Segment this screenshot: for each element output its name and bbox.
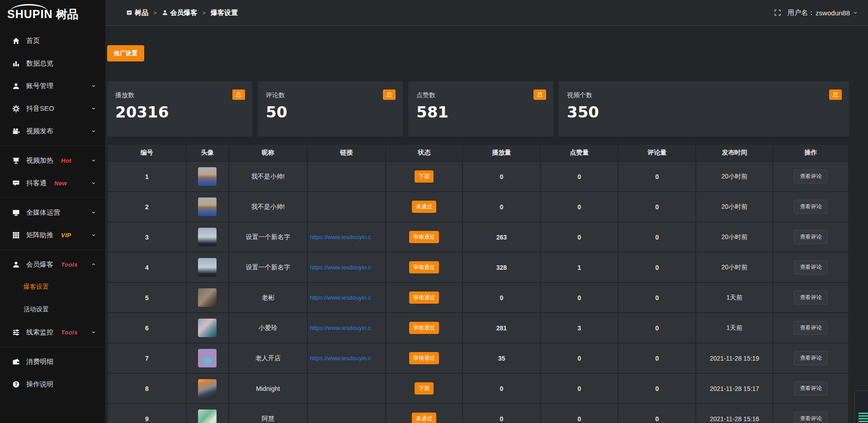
table-row: 6小爱玲https://www.iesdouyin.c审核通过281301天前查… <box>108 313 848 343</box>
video-link[interactable]: https://www.iesdouyin.c <box>310 355 384 362</box>
status-badge: 下架 <box>415 170 434 183</box>
avatar <box>198 228 217 246</box>
chevron-down-icon <box>91 329 96 335</box>
cell-avatar <box>187 404 228 423</box>
logo-text-en: SHUPIN <box>7 5 52 21</box>
video-link[interactable]: https://www.iesdouyin.c <box>310 234 384 240</box>
cell-plays: 0 <box>463 162 540 191</box>
breadcrumb-item-member-baoke[interactable]: 会员爆客 <box>162 9 198 17</box>
video-icon <box>12 127 20 135</box>
video-link[interactable]: https://www.iesdouyin.c <box>310 294 384 301</box>
gear-icon <box>12 105 20 113</box>
sidebar-divider <box>0 249 105 250</box>
fullscreen-icon[interactable] <box>774 9 781 16</box>
cell-nickname: 阿慧 <box>229 404 307 423</box>
sidebar-item-label: 操作说明 <box>26 380 53 389</box>
sidebar-item-overview[interactable]: 数据总览 <box>0 52 105 75</box>
grid-icon <box>12 231 20 239</box>
video-link[interactable]: https://www.iesdouyin.c <box>310 324 384 331</box>
stat-label: 评论数 <box>266 91 395 99</box>
sidebar-subitem-activity-settings[interactable]: 活动设置 <box>0 298 105 321</box>
cell-publish-time: 20小时前 <box>696 253 772 282</box>
sidebar-item-home[interactable]: 首页 <box>0 29 105 52</box>
sidebar-item-help[interactable]: ?操作说明 <box>0 373 105 395</box>
cell-plays: 263 <box>463 222 540 252</box>
sidebar-item-video-publish[interactable]: 视频发布 <box>0 120 105 142</box>
cell-plays: 281 <box>463 313 540 343</box>
cell-likes: 3 <box>541 313 618 343</box>
chevron-down-icon <box>91 210 96 215</box>
sidebar-item-label: 数据总览 <box>26 59 53 68</box>
cell-comments: 0 <box>618 313 695 343</box>
sidebar-item-tag: Tools <box>61 261 78 268</box>
cell-avatar <box>187 162 228 191</box>
chart-icon <box>12 60 20 67</box>
view-comments-button[interactable]: 查看评论 <box>794 351 827 365</box>
cell-plays: 328 <box>463 253 540 282</box>
person-icon <box>162 9 168 16</box>
view-comments-button[interactable]: 查看评论 <box>794 412 827 423</box>
cell-comments: 0 <box>618 222 695 252</box>
sidebar-item-consume-detail[interactable]: 消费明细 <box>0 350 105 373</box>
breadcrumb-item-baoke-settings: 爆客设置 <box>211 9 238 17</box>
cell-link: https://www.iesdouyin.c <box>308 253 386 282</box>
sidebar-menu: 首页数据总览账号管理抖音SEO视频发布视频加热Hot抖客通New全媒体运营矩阵助… <box>0 26 105 395</box>
cell-id: 2 <box>108 192 186 221</box>
sidebar-item-member-baoke[interactable]: 会员爆客Tools <box>0 253 105 276</box>
view-comments-button[interactable]: 查看评论 <box>794 169 827 183</box>
cell-publish-time: 1天前 <box>696 313 772 343</box>
cell-link <box>308 162 386 191</box>
cell-publish-time: 2021-11-28 15:19 <box>696 343 772 373</box>
breadcrumb-item-shupin[interactable]: 树品 <box>126 9 148 17</box>
sidebar-item-account[interactable]: 账号管理 <box>0 75 105 97</box>
sidebar-item-label: 视频加热 <box>26 156 53 165</box>
promo-settings-button[interactable]: 推广设置 <box>107 45 144 61</box>
main-content: 推广设置 播放数20316总评论数50总点赞数581总视频个数350总 编号头像… <box>105 26 868 423</box>
view-comments-button[interactable]: 查看评论 <box>794 291 827 305</box>
sidebar-subitem-baoke-settings[interactable]: 爆客设置 <box>0 276 105 298</box>
cell-nickname: 老人开店 <box>229 343 307 373</box>
view-comments-button[interactable]: 查看评论 <box>794 200 827 214</box>
sidebar-item-douketong[interactable]: 抖客通New <box>0 172 105 194</box>
cell-likes: 0 <box>541 404 618 423</box>
video-link[interactable]: https://www.iesdouyin.c <box>310 264 384 271</box>
question-icon: ? <box>12 381 20 388</box>
sidebar-item-tag: Hot <box>61 157 71 164</box>
cell-link: https://www.iesdouyin.c <box>308 313 386 343</box>
cell-id: 7 <box>108 343 186 373</box>
screen-icon <box>12 157 20 164</box>
cell-status: 审核通过 <box>386 343 462 373</box>
sidebar-item-douyin-seo[interactable]: 抖音SEO <box>0 97 105 120</box>
view-comments-button[interactable]: 查看评论 <box>794 230 827 244</box>
column-header: 点赞量 <box>541 145 618 161</box>
avatar <box>198 288 217 307</box>
sidebar-item-label: 全媒体运营 <box>26 208 60 217</box>
status-badge: 审核通过 <box>409 322 439 334</box>
view-comments-button[interactable]: 查看评论 <box>794 260 827 274</box>
chevron-down-icon <box>91 158 96 163</box>
sidebar-item-label: 抖客通 <box>26 179 47 188</box>
topbar: 树品>会员爆客>爆客设置 用户名： zswodun88 <box>105 0 868 26</box>
sidebar-item-video-heat[interactable]: 视频加热Hot <box>0 149 105 172</box>
cell-status: 未通过 <box>386 404 462 423</box>
status-badge: 审核通过 <box>409 291 439 304</box>
sidebar-item-clue-monitor[interactable]: 线索监控Tools <box>0 321 105 343</box>
stats-row: 播放数20316总评论数50总点赞数581总视频个数350总 <box>107 81 849 136</box>
cell-plays: 0 <box>463 404 540 423</box>
cell-plays: 35 <box>463 343 540 373</box>
sidebar-item-matrix-boost[interactable]: 矩阵助推VIP <box>0 224 105 246</box>
cell-avatar <box>187 343 228 373</box>
cell-likes: 1 <box>541 253 618 282</box>
cell-nickname: 设置一个新名字 <box>229 222 307 252</box>
user-menu[interactable]: 用户名： zswodun88 <box>788 9 858 17</box>
chevron-down-icon <box>853 10 858 15</box>
cell-likes: 0 <box>541 192 618 221</box>
cell-publish-time: 20小时前 <box>696 162 772 191</box>
sidebar-item-media-ops[interactable]: 全媒体运营 <box>0 201 105 224</box>
column-header: 编号 <box>108 145 186 161</box>
floating-widget[interactable] <box>854 390 868 423</box>
cell-nickname: 我不是小帅! <box>229 192 307 221</box>
view-comments-button[interactable]: 查看评论 <box>794 321 827 335</box>
view-comments-button[interactable]: 查看评论 <box>794 381 827 395</box>
username: zswodun88 <box>816 9 850 17</box>
